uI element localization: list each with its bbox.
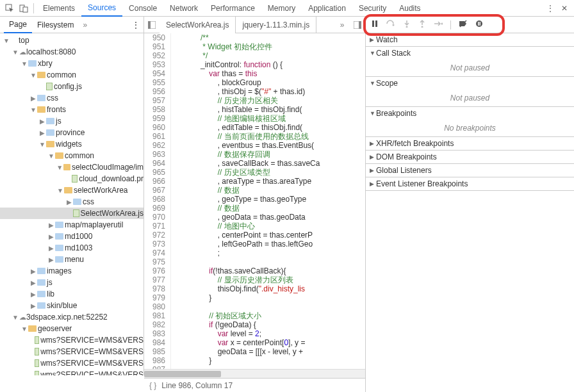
folder-md1000[interactable]: ▶ md1000 (0, 231, 144, 242)
devtools-top-tabbar: Elements Sources Console Network Perform… (0, 0, 574, 17)
tree-label: xbry (38, 59, 53, 68)
inspect-icon[interactable] (3, 1, 17, 15)
tree-label: js (56, 117, 62, 126)
svg-rect-6 (359, 21, 361, 29)
top-frame[interactable]: ▼ top (0, 35, 144, 46)
h-scrollbar[interactable] (144, 369, 365, 378)
code-editor[interactable]: /** * Widget 初始化控件 */ _initControl: func… (171, 33, 365, 369)
file-wms1[interactable]: wms?SERVICE=WMS&VERS (0, 334, 144, 346)
nav-tab-filesystem[interactable]: Filesystem (32, 17, 79, 33)
host-localhost[interactable]: ▼ localhost:8080 (0, 46, 144, 58)
breakpoints-empty: No breakpoints (366, 120, 574, 136)
section-callstack[interactable]: ▼Call Stack (366, 47, 574, 60)
section-watch[interactable]: ▶Watch (366, 33, 574, 46)
svg-point-9 (393, 24, 395, 26)
file-config[interactable]: config.js (0, 81, 144, 92)
device-toggle-icon[interactable] (17, 1, 31, 15)
tree-label: province (56, 128, 85, 137)
step-icon[interactable] (434, 20, 443, 29)
folder-common[interactable]: ▼ common (0, 69, 144, 81)
tab-network[interactable]: Network (163, 0, 204, 17)
tab-security[interactable]: Security (352, 0, 393, 17)
folder-icon (28, 325, 37, 332)
pause-icon[interactable] (371, 20, 379, 29)
folder-menu[interactable]: ▶ menu (0, 254, 144, 265)
status-bar: { } Line 986, Column 17 (144, 378, 365, 392)
folder-icon (28, 60, 37, 67)
file-tab-jquery[interactable]: jquery-1.11.3.min.js (236, 17, 316, 33)
file-selectworkarea[interactable]: SelectWorkArea.js (0, 208, 144, 219)
cloud-icon (19, 47, 26, 56)
folder-icon (37, 279, 45, 286)
tree-label: wms?SERVICE=WMS&VERS (40, 359, 144, 368)
folder-maplayer[interactable]: ▶ map/maplayerutil (0, 219, 144, 231)
section-dom[interactable]: ▶DOM Breakpoints (366, 151, 574, 163)
section-breakpoints[interactable]: ▼Breakpoints (366, 107, 574, 120)
svg-rect-8 (375, 20, 377, 27)
tab-application[interactable]: Application (302, 0, 352, 17)
nav-more-icon[interactable]: ⋮ (132, 20, 140, 29)
svg-point-11 (422, 26, 423, 28)
folder-css[interactable]: ▶ css (0, 92, 144, 104)
file-wms2[interactable]: wms?SERVICE=WMS&VERS (0, 346, 144, 357)
pause-on-exceptions-icon[interactable] (475, 20, 483, 29)
tab-performance[interactable]: Performance (204, 0, 261, 17)
tab-elements[interactable]: Elements (37, 0, 81, 17)
folder-skinblue[interactable]: ▶ skin/blue (0, 300, 144, 311)
tab-audits[interactable]: Audits (393, 0, 427, 17)
folder-selectcloud[interactable]: ▼ selectCloudImage/im (0, 161, 144, 173)
folder-icon (37, 302, 45, 309)
more-tabs-icon[interactable]: » (334, 20, 350, 29)
tree-label: config.js (54, 82, 82, 91)
file-wms3[interactable]: wms?SERVICE=WMS&VERS (0, 357, 144, 369)
show-debugger-icon[interactable] (350, 21, 365, 29)
file-icon (35, 336, 39, 344)
tree-label: md1003 (65, 243, 92, 252)
more-icon[interactable]: ⋮ (543, 1, 557, 15)
section-event[interactable]: ▶Event Listener Breakpoints (366, 177, 574, 190)
cloud-icon (19, 313, 26, 322)
show-navigator-icon[interactable] (144, 21, 160, 29)
folder-province[interactable]: ▶ province (0, 127, 144, 138)
folder-icon (55, 233, 63, 240)
folder-common2[interactable]: ▼ common (0, 150, 144, 161)
nav-tab-page[interactable]: Page (4, 17, 32, 33)
tab-sources[interactable]: Sources (81, 0, 122, 17)
svg-rect-16 (480, 22, 481, 26)
folder-geoserver[interactable]: ▼ geoserver (0, 323, 144, 334)
folder-js[interactable]: ▶ js (0, 115, 144, 127)
section-xhr[interactable]: ▶XHR/fetch Breakpoints (366, 137, 574, 150)
step-into-icon[interactable] (403, 20, 411, 29)
section-scope[interactable]: ▼Scope (366, 77, 574, 90)
folder-lib[interactable]: ▶ lib (0, 288, 144, 300)
section-global[interactable]: ▶Global Listeners (366, 164, 574, 177)
tab-console[interactable]: Console (122, 0, 163, 17)
deactivate-breakpoints-icon[interactable] (459, 20, 468, 29)
host-3dspace[interactable]: ▼ 3dspace.xicp.net:52252 (0, 311, 144, 323)
file-icon (72, 175, 78, 183)
brackets-icon[interactable]: { } (149, 381, 156, 390)
folder-md1003[interactable]: ▶ md1003 (0, 242, 144, 254)
folder-icon (37, 291, 45, 297)
file-tree[interactable]: ▼ top▼ localhost:8080▼ xbry▼ common conf… (0, 33, 144, 375)
svg-rect-7 (372, 20, 374, 27)
close-devtools-icon[interactable]: ✕ (557, 1, 571, 15)
folder-images[interactable]: ▶ images (0, 265, 144, 277)
line-gutter[interactable]: 950 951 952 953 954 955 956 957 958 959 … (144, 33, 171, 369)
folder-selectworkarea[interactable]: ▼ selectWorkArea (0, 184, 144, 196)
file-wms4[interactable]: wms?SERVICE=WMS&VERS (0, 369, 144, 375)
tab-memory[interactable]: Memory (261, 0, 302, 17)
folder-css2[interactable]: ▶ css (0, 196, 144, 208)
svg-point-14 (476, 20, 482, 27)
step-out-icon[interactable] (418, 20, 426, 29)
file-icon (35, 348, 39, 355)
folder-js2[interactable]: ▶ js (0, 277, 144, 288)
folder-fronts[interactable]: ▼ fronts (0, 104, 144, 115)
file-icon (73, 209, 79, 217)
step-over-icon[interactable] (386, 20, 395, 29)
folder-xbry[interactable]: ▼ xbry (0, 58, 144, 69)
file-clouddownload[interactable]: cloud_download.pr (0, 173, 144, 184)
folder-widgets[interactable]: ▼ widgets (0, 138, 144, 150)
file-tab-selectworkarea[interactable]: SelectWorkArea.js (160, 17, 236, 33)
tree-label: common (65, 151, 94, 160)
